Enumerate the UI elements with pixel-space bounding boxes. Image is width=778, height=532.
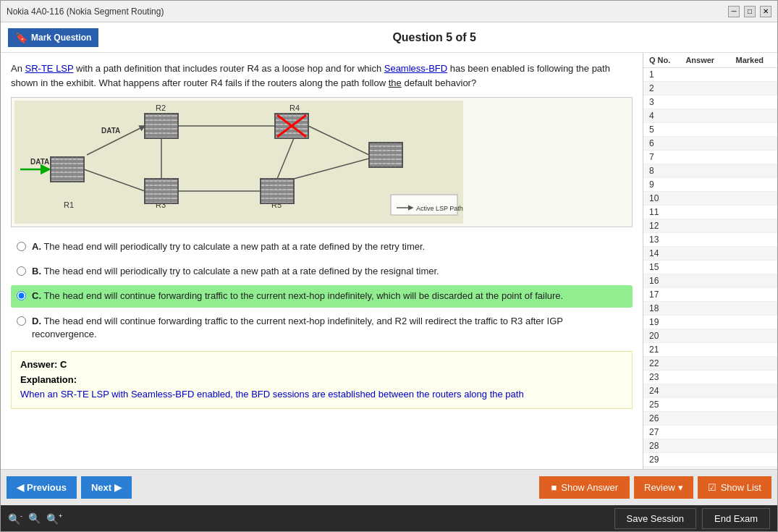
question-list-item[interactable]: 10	[643, 192, 777, 206]
show-list-button[interactable]: ☑ Show List	[698, 476, 771, 499]
q-number: 16	[646, 276, 675, 286]
previous-button[interactable]: ◀ Previous	[7, 476, 77, 499]
q-number: 21	[646, 345, 675, 355]
question-title: Question 5 of 5	[98, 31, 770, 44]
question-list-item[interactable]: 19	[643, 316, 777, 329]
question-list-item[interactable]: 6	[643, 137, 777, 151]
svg-text:DATA: DATA	[30, 158, 49, 166]
question-list-item[interactable]: 27	[643, 426, 777, 439]
bookmark-icon: 🔖	[15, 32, 28, 43]
option-c-text: C. The head end will continue forwarding…	[32, 290, 563, 303]
question-list-item[interactable]: 13	[643, 233, 777, 247]
question-list-item[interactable]: 15	[643, 261, 777, 274]
q-number: 19	[646, 317, 675, 327]
question-list-item[interactable]: 5	[643, 123, 777, 137]
q-number: 27	[646, 427, 675, 437]
question-list-item[interactable]: 12	[643, 219, 777, 233]
zoom-out-button[interactable]: 🔍-	[8, 512, 22, 525]
question-list-item[interactable]: 21	[643, 343, 777, 357]
show-answer-button[interactable]: ■ Show Answer	[539, 476, 630, 499]
zoom-reset-button[interactable]: 🔍	[28, 512, 41, 524]
next-label: Next	[91, 482, 111, 493]
q-number: 7	[646, 152, 675, 162]
option-c-radio[interactable]	[17, 291, 26, 300]
question-list-item[interactable]: 9	[643, 178, 777, 192]
mark-question-button[interactable]: 🔖 Mark Question	[8, 28, 98, 47]
end-exam-label: End Exam	[714, 513, 758, 524]
svg-text:Active LSP Path: Active LSP Path	[416, 205, 463, 212]
bottom-bar: ◀ Previous Next ▶ ■ Show Answer Review ▾…	[1, 469, 777, 505]
zoom-in-button[interactable]: 🔍+	[46, 512, 62, 525]
network-diagram: R2 R4 R6 R1 R3 R5 DATA	[14, 101, 463, 224]
svg-rect-48	[369, 143, 402, 167]
question-list-item[interactable]: 28	[643, 439, 777, 453]
option-a: A. The head end will periodically try to…	[11, 236, 633, 258]
close-button[interactable]: ✕	[760, 6, 771, 17]
option-a-radio[interactable]	[17, 242, 26, 251]
question-text: An SR-TE LSP with a path definition that…	[11, 62, 633, 90]
q-number: 10	[646, 193, 675, 203]
question-list-item[interactable]: 17	[643, 288, 777, 302]
q-number: 12	[646, 221, 675, 231]
answer-box: Answer: C Explanation: When an SR-TE LSP…	[11, 351, 633, 409]
question-list-item[interactable]: 22	[643, 357, 777, 371]
q-number: 9	[646, 180, 675, 190]
q-number: 17	[646, 290, 675, 300]
network-svg: R2 R4 R6 R1 R3 R5 DATA	[14, 101, 463, 224]
next-button[interactable]: Next ▶	[81, 476, 132, 499]
header-answer: Answer	[675, 56, 725, 64]
right-panel-header: Q No. Answer Marked	[643, 53, 777, 68]
svg-rect-18	[145, 114, 178, 138]
mark-question-label: Mark Question	[31, 33, 91, 43]
question-list-item[interactable]: 8	[643, 164, 777, 178]
option-d-text: D. The head end will continue forwarding…	[32, 315, 627, 341]
question-list-item[interactable]: 4	[643, 109, 777, 123]
explanation-label: Explanation:	[20, 374, 623, 385]
header-qno: Q No.	[646, 56, 675, 64]
q-number: 5	[646, 124, 675, 135]
question-list-item[interactable]: 18	[643, 302, 777, 316]
svg-text:DATA: DATA	[101, 127, 120, 135]
question-list-item[interactable]: 3	[643, 96, 777, 109]
q-number: 29	[646, 455, 675, 465]
question-list-item[interactable]: 1	[643, 68, 777, 82]
q-number: 6	[646, 138, 675, 148]
review-button[interactable]: Review ▾	[634, 476, 693, 499]
window-title: Nokia 4A0-116 (Nokia Segment Routing)	[7, 7, 164, 17]
q-number: 4	[646, 111, 675, 121]
option-d-radio[interactable]	[17, 316, 26, 326]
show-answer-icon: ■	[551, 482, 557, 493]
question-list-item[interactable]: 23	[643, 371, 777, 384]
minimize-button[interactable]: ─	[728, 6, 740, 17]
options-list: A. The head end will periodically try to…	[11, 236, 633, 345]
question-list-item[interactable]: 24	[643, 384, 777, 398]
question-list-item[interactable]: 14	[643, 247, 777, 261]
q-number: 22	[646, 358, 675, 368]
question-list-item[interactable]: 20	[643, 329, 777, 343]
save-session-label: Save Session	[627, 513, 685, 524]
svg-rect-11	[51, 157, 84, 182]
q-number: 20	[646, 331, 675, 341]
q-number: 13	[646, 235, 675, 245]
show-list-label: Show List	[721, 482, 761, 493]
question-list-item[interactable]: 2	[643, 82, 777, 96]
svg-text:R1: R1	[64, 200, 74, 209]
q-number: 25	[646, 400, 675, 410]
show-list-check-icon: ☑	[708, 482, 716, 493]
question-list-item[interactable]: 25	[643, 398, 777, 412]
q-number: 1	[646, 69, 675, 80]
question-list-item[interactable]: 11	[643, 206, 777, 219]
q-number: 8	[646, 166, 675, 176]
question-list-item[interactable]: 26	[643, 412, 777, 426]
question-list-item[interactable]: 16	[643, 274, 777, 288]
previous-label: Previous	[27, 482, 67, 493]
question-list-item[interactable]: 29	[643, 453, 777, 467]
question-list-item[interactable]: 7	[643, 151, 777, 164]
save-session-button[interactable]: Save Session	[614, 508, 697, 529]
end-exam-button[interactable]: End Exam	[702, 508, 770, 529]
svg-rect-25	[145, 179, 178, 203]
title-bar: Nokia 4A0-116 (Nokia Segment Routing) ─ …	[1, 1, 777, 22]
option-b-radio[interactable]	[17, 266, 26, 276]
header-marked: Marked	[725, 56, 775, 64]
maximize-button[interactable]: □	[744, 6, 756, 17]
